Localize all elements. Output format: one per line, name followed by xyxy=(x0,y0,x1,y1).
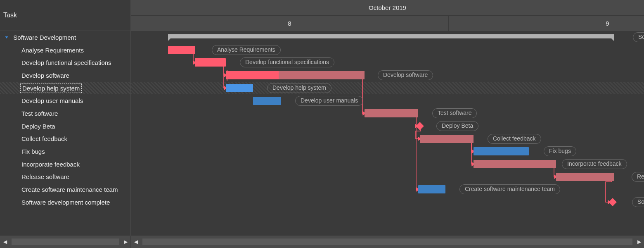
task-row[interactable]: Software development complete xyxy=(0,196,130,209)
timescale: October 2019 89 xyxy=(131,0,644,31)
task-label: Software Development xyxy=(13,34,76,41)
chart-row: Incorporate feedback xyxy=(131,158,644,171)
gantt-bar[interactable] xyxy=(420,135,474,143)
bar-label-pill: Create software maintenance team xyxy=(459,184,560,194)
task-row[interactable]: Fix bugs xyxy=(0,145,130,158)
chart-row: Develop software xyxy=(131,69,644,82)
scroll-right-icon[interactable]: ▶ xyxy=(634,239,644,245)
chart-scrollbar[interactable]: ◀ ▶ xyxy=(131,236,644,248)
milestone-diamond[interactable] xyxy=(608,198,617,206)
task-row[interactable]: Develop help system xyxy=(0,82,130,95)
chart-row: Test software xyxy=(131,107,644,120)
task-row[interactable]: Collect feedback xyxy=(0,133,130,145)
bar-label-pill: Analyse Requirements xyxy=(212,45,281,55)
gantt-bar[interactable] xyxy=(556,173,614,181)
task-label: Develop software xyxy=(21,72,69,79)
scroll-track[interactable] xyxy=(12,238,119,245)
chart-row: Develop user manuals xyxy=(131,95,644,107)
bar-label-pill: Fix bugs xyxy=(544,146,576,156)
task-row[interactable]: Develop functional specifications xyxy=(0,56,130,69)
task-row-summary[interactable]: ▼ Software Development xyxy=(0,31,130,44)
chart-row: Develop help system xyxy=(131,82,644,95)
task-column-label: Task xyxy=(3,12,17,19)
task-row[interactable]: Incorporate feedback xyxy=(0,158,130,171)
timescale-month-label: October 2019 xyxy=(131,0,644,15)
bar-label-pill: Develop user manuals xyxy=(295,96,363,106)
bar-label-pill: Collect feedback xyxy=(488,134,541,144)
gantt-bar[interactable] xyxy=(168,46,195,54)
chart-row: Create software maintenance team xyxy=(131,183,644,196)
bar-label-pill: Develop help system xyxy=(267,83,331,93)
task-row[interactable]: Develop software xyxy=(0,69,130,82)
task-pane: Task ▼ Software DevelopmentAnalyse Requi… xyxy=(0,0,131,236)
task-label: Test software xyxy=(21,110,58,117)
task-label: Deploy Beta xyxy=(21,123,55,130)
bar-label-pill: Test software xyxy=(432,108,477,118)
task-label: Release software xyxy=(21,173,69,180)
chart-row: Release software xyxy=(131,171,644,184)
chart-row: Fix bugs xyxy=(131,145,644,158)
chevron-down-icon[interactable]: ▼ xyxy=(4,35,10,39)
scroll-left-icon[interactable]: ◀ xyxy=(131,239,141,245)
gantt-bar[interactable] xyxy=(253,97,281,105)
task-row[interactable]: Analyse Requirements xyxy=(0,44,130,57)
task-label: Software development complete xyxy=(21,199,110,206)
task-row[interactable]: Release software xyxy=(0,171,130,184)
bar-label-pill: Deploy Beta xyxy=(436,121,478,131)
task-row[interactable]: Test software xyxy=(0,107,130,120)
chart-row: Collect feedback xyxy=(131,133,644,145)
summary-bar[interactable] xyxy=(168,34,614,38)
timescale-month-row: October 2019 xyxy=(131,0,644,16)
scroll-track[interactable] xyxy=(142,238,632,245)
chart-row: Software Development xyxy=(131,31,644,44)
task-label: Develop functional specifications xyxy=(21,59,111,66)
gantt-bar[interactable] xyxy=(226,71,365,79)
chart-row: Develop functional specifications xyxy=(131,56,644,69)
gantt-bar[interactable] xyxy=(226,84,253,92)
scroll-left-icon[interactable]: ◀ xyxy=(0,239,10,245)
chart-body[interactable]: Software DevelopmentAnalyse Requirements… xyxy=(131,31,644,236)
bar-label-pill: Release software xyxy=(632,172,644,182)
task-label: Incorporate feedback xyxy=(21,161,80,168)
bar-label-pill: Incorporate feedback xyxy=(562,159,627,169)
task-row[interactable]: Develop user manuals xyxy=(0,94,130,107)
bar-label-pill: Develop functional specifications xyxy=(240,57,334,67)
task-list: ▼ Software DevelopmentAnalyse Requiremen… xyxy=(0,31,130,209)
gantt-bar[interactable] xyxy=(365,109,418,117)
bar-label-pill: Develop software xyxy=(378,70,433,80)
task-row[interactable]: Create software maintenance team xyxy=(0,183,130,196)
task-label: Develop user manuals xyxy=(21,97,83,104)
task-label: Fix bugs xyxy=(21,148,45,155)
gantt-bar[interactable] xyxy=(418,185,445,193)
task-label: Create software maintenance team xyxy=(21,186,118,193)
task-label: Develop help system xyxy=(21,85,80,92)
milestone-diamond[interactable] xyxy=(416,122,424,130)
gantt-root: Task ▼ Software DevelopmentAnalyse Requi… xyxy=(0,0,644,248)
task-column-header[interactable]: Task xyxy=(0,0,130,31)
task-scrollbar[interactable]: ◀ ▶ xyxy=(0,236,131,248)
task-label: Analyse Requirements xyxy=(21,47,84,54)
gantt-bar[interactable] xyxy=(195,58,226,67)
chart-row: Deploy Beta xyxy=(131,120,644,133)
timescale-day-row: 89 xyxy=(131,16,644,31)
gantt-bar[interactable] xyxy=(474,160,556,168)
timescale-day: 9 xyxy=(449,16,644,31)
chart-row: Software development complete xyxy=(131,196,644,209)
gantt-bar[interactable] xyxy=(474,147,529,155)
chart-pane[interactable]: October 2019 89 Software DevelopmentAnal… xyxy=(131,0,644,236)
chart-row: Analyse Requirements xyxy=(131,44,644,57)
task-row[interactable]: Deploy Beta xyxy=(0,120,130,133)
scroll-right-icon[interactable]: ▶ xyxy=(121,239,130,245)
task-label: Collect feedback xyxy=(21,135,67,142)
bar-label-pill: Software Development xyxy=(633,32,644,42)
bar-label-pill: Software development complete xyxy=(632,197,644,207)
timescale-day: 8 xyxy=(131,16,449,31)
